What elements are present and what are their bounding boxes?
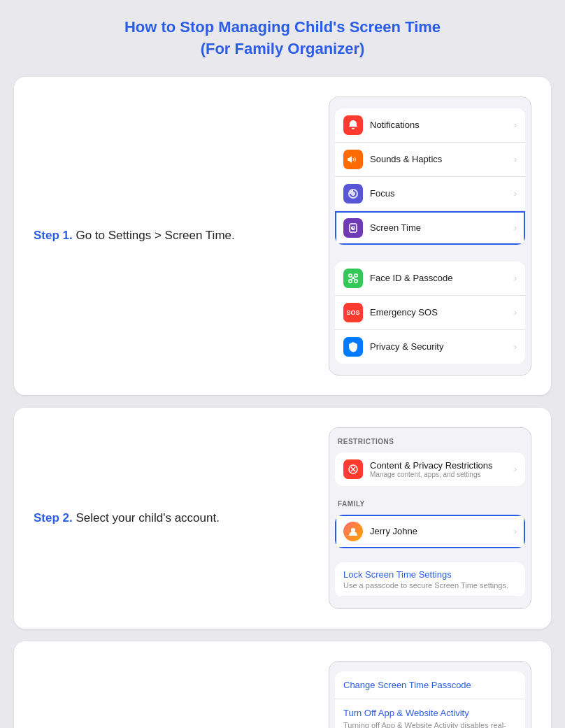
faceid-icon [343, 269, 363, 288]
sounds-label: Sounds & Haptics [370, 154, 507, 164]
screentime-icon [343, 218, 363, 238]
step1-mockscreen: Notifications › Sounds & Haptics › Focus… [329, 97, 531, 376]
settings-row-sounds[interactable]: Sounds & Haptics › [335, 143, 525, 177]
focus-label: Focus [370, 188, 507, 199]
jerry-row[interactable]: Jerry Johne › [335, 515, 525, 548]
content-privacy-sub: Manage content, apps, and settings [370, 471, 507, 478]
step2-label: Step 2. [34, 511, 73, 524]
lock-screen-desc: Use a passcode to secure Screen Time set… [343, 581, 517, 590]
focus-icon [343, 184, 363, 204]
settings-row-focus[interactable]: Focus › [335, 177, 525, 211]
settings-row-sos[interactable]: SOS Emergency SOS › [335, 296, 525, 330]
step2-card: Step 2. Select your child's account. RES… [14, 408, 551, 629]
settings-row-privacy[interactable]: Privacy & Security › [335, 330, 525, 364]
svg-rect-4 [349, 274, 352, 277]
step1-text: Step 1. Go to Settings > Screen Time. [34, 227, 312, 245]
step1-settings-group1: Notifications › Sounds & Haptics › Focus… [335, 108, 525, 245]
step1-settings-group2: Face ID & Passcode › SOS Emergency SOS ›… [335, 262, 525, 364]
step2-lock-group: Lock Screen Time Settings Use a passcode… [335, 562, 525, 597]
step2-family-group: Jerry Johne › [335, 515, 525, 548]
turn-off-row[interactable]: Turn Off App & Website Activity Turning … [335, 699, 525, 728]
jerry-name: Jerry Johne [370, 526, 507, 536]
screentime-label: Screen Time [370, 222, 507, 233]
sos-label: Emergency SOS [370, 307, 507, 317]
svg-rect-5 [355, 274, 357, 277]
page-title: How to Stop Managing Child's Screen Time… [14, 17, 551, 60]
settings-row-screentime[interactable]: Screen Time › [335, 211, 525, 245]
turn-off-desc: Turning off App & Website Activity disab… [343, 720, 517, 728]
faceid-label: Face ID & Passcode [370, 273, 507, 283]
content-privacy-icon [343, 459, 363, 479]
step3-card: Step 3. Stop Managing xx's Screen Time. … [14, 641, 551, 728]
step1-label: Step 1. [34, 229, 73, 242]
svg-rect-6 [349, 280, 352, 283]
content-privacy-row[interactable]: Content & Privacy Restrictions Manage co… [335, 452, 525, 486]
family-header: FAMILY [329, 494, 531, 509]
step1-card: Step 1. Go to Settings > Screen Time. No… [14, 77, 551, 395]
lock-screen-row[interactable]: Lock Screen Time Settings Use a passcode… [335, 562, 525, 597]
content-privacy-label: Content & Privacy Restrictions [370, 460, 507, 471]
notifications-label: Notifications [370, 120, 507, 130]
privacy-label: Privacy & Security [370, 341, 507, 352]
change-passcode-row[interactable]: Change Screen Time Passcode [335, 671, 525, 699]
restrictions-header: RESTRICTIONS [329, 432, 531, 447]
lock-screen-link[interactable]: Lock Screen Time Settings [343, 569, 517, 580]
sos-icon: SOS [343, 303, 363, 322]
sounds-icon [343, 150, 363, 169]
svg-rect-7 [355, 280, 357, 283]
jerry-avatar [343, 522, 363, 541]
notifications-icon [343, 115, 363, 135]
privacy-icon [343, 337, 363, 357]
step3-actions-group: Change Screen Time Passcode Turn Off App… [335, 671, 525, 728]
step2-restrictions-group: Content & Privacy Restrictions Manage co… [335, 452, 525, 486]
change-passcode-link[interactable]: Change Screen Time Passcode [343, 680, 517, 690]
step2-mockscreen: RESTRICTIONS Content & Privacy Restricti… [329, 427, 531, 609]
step3-mockscreen: Change Screen Time Passcode Turn Off App… [329, 661, 531, 728]
step2-text: Step 2. Select your child's account. [34, 509, 312, 527]
settings-row-faceid[interactable]: Face ID & Passcode › [335, 262, 525, 296]
settings-row-notifications[interactable]: Notifications › [335, 108, 525, 143]
turn-off-link[interactable]: Turn Off App & Website Activity [343, 708, 517, 718]
